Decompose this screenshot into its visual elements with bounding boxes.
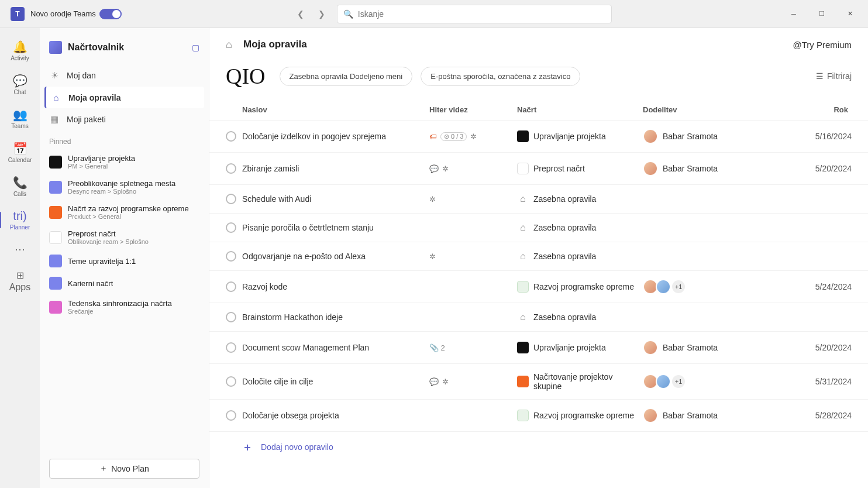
task-assign: +1 [643, 374, 754, 389]
rail-planner[interactable]: tri)Planner [0, 204, 40, 236]
add-task-button[interactable]: ＋ Dodaj novo opravilo [209, 431, 868, 462]
avatar [643, 408, 658, 423]
quick-look: 💬✲ [429, 164, 517, 173]
window-close[interactable]: ✕ [836, 5, 863, 23]
rail-more[interactable]: ⋯ [0, 238, 40, 261]
rail-chat[interactable]: 💬Chat [0, 68, 40, 101]
sidebar-my-plans[interactable]: ▦Moji paketi [40, 108, 209, 130]
plan-color-icon [517, 410, 529, 421]
window-minimize[interactable]: ─ [780, 5, 807, 23]
filter-pill-private[interactable]: Zasebna opravila Dodeljeno meni [280, 67, 413, 86]
task-title: Razvoj kode [242, 282, 429, 291]
complete-radio[interactable] [226, 222, 236, 233]
task-row[interactable]: Pisanje poročila o četrtletnem stanju ⌂Z… [209, 213, 868, 242]
light-icon: ✲ [470, 132, 477, 141]
nav-forward[interactable]: ❯ [312, 5, 331, 23]
people-icon: 👥 [13, 108, 27, 122]
search-input[interactable] [358, 9, 605, 19]
complete-radio[interactable] [226, 342, 236, 353]
plan-icon [49, 301, 62, 314]
light-icon: ✲ [429, 252, 436, 261]
task-title: Določanje izdelkov in pogojev sprejema [242, 132, 429, 141]
task-title: Določanje obsega projekta [242, 411, 429, 420]
plan-icon [49, 277, 62, 290]
sidebar-my-tasks[interactable]: ⌂Moja opravila [44, 87, 204, 108]
sun-icon: ☀ [49, 70, 60, 81]
rail-calendar[interactable]: 📅Calendar [0, 136, 40, 169]
pin-subtitle: Oblikovanje ream > Splošno [68, 238, 149, 245]
pin-title: Preprost načrt [68, 229, 149, 238]
sidebar-pinned-label: Pinned [40, 130, 209, 149]
comment-icon: 💬 [429, 377, 439, 386]
pinned-plan[interactable]: Tedenska sinhronizacija načrtaSrečanje [40, 294, 209, 319]
task-row[interactable]: Odgovarjanje na e-pošto od Alexa ✲ ⌂Zase… [209, 242, 868, 270]
assignee-name: Babar Sramota [663, 164, 718, 173]
try-premium-link[interactable]: @Try Premium [793, 40, 852, 50]
complete-radio[interactable] [226, 281, 236, 292]
col-plan[interactable]: Načrt [517, 105, 643, 114]
task-row[interactable]: Brainstorm Hackathon ideje ⌂Zasebna opra… [209, 303, 868, 331]
search-bar[interactable]: 🔍 [337, 5, 612, 23]
task-due: 5/16/2024 [754, 132, 852, 141]
task-row[interactable]: Določite cilje in cilje 💬✲ Načrtovanje p… [209, 363, 868, 399]
pinned-plan[interactable]: Teme upravitelja 1:1 [40, 250, 209, 272]
titlebar: T Novo orodje Teams ❮ ❯ 🔍 ─ ☐ ✕ [0, 0, 868, 28]
complete-radio[interactable] [226, 163, 236, 174]
avatar [656, 279, 671, 294]
complete-radio[interactable] [226, 251, 236, 262]
task-row[interactable]: Schedule with Audi ✲ ⌂Zasebna opravila [209, 184, 868, 213]
avatar [643, 129, 658, 144]
rail-teams[interactable]: 👥Teams [0, 102, 40, 135]
col-title[interactable]: Naslov [242, 105, 429, 114]
pinned-plan[interactable]: Načrt za razvoj programske opremePrcxiuc… [40, 200, 209, 225]
rail-activity[interactable]: 🔔Activity [0, 34, 40, 67]
main-content: ⌂ Moja opravila @Try Premium QIO Zasebna… [209, 28, 868, 488]
complete-radio[interactable] [226, 312, 236, 322]
popout-icon[interactable]: ▢ [192, 43, 199, 52]
task-row[interactable]: Določanje obsega projekta Razvoj program… [209, 399, 868, 431]
assignee-name: Babar Sramota [663, 132, 718, 141]
complete-radio[interactable] [226, 194, 236, 204]
phone-icon: 📞 [13, 176, 27, 190]
light-icon: ✲ [429, 195, 436, 204]
quick-look: ✲ [429, 252, 517, 261]
complete-radio[interactable] [226, 376, 236, 387]
complete-radio[interactable] [226, 410, 236, 421]
task-due: 5/31/2024 [754, 377, 852, 386]
pinned-plan[interactable]: Karierni načrt [40, 272, 209, 294]
window-maximize[interactable]: ☐ [808, 5, 835, 23]
more-assignees: +1 [671, 374, 686, 389]
task-row[interactable]: Zbiranje zamisli 💬✲ Preprost načrt Babar… [209, 152, 868, 184]
filter-button[interactable]: ☰ Filtriraj [816, 71, 852, 81]
complete-radio[interactable] [226, 131, 236, 142]
plan-icon [49, 231, 62, 244]
filter-pill-flagged[interactable]: E-poštna sporočila, označena z zastavico [421, 67, 580, 86]
pin-title: Tedenska sinhronizacija načrta [68, 299, 172, 308]
pinned-plan[interactable]: Preprost načrtOblikovanje ream > Splošno [40, 225, 209, 250]
quick-look: 🏷⊘ 0 / 3✲ [429, 132, 517, 141]
task-row[interactable]: Document scow Management Plan 📎 2 Upravl… [209, 331, 868, 363]
new-plan-button[interactable]: ＋Novo Plan [49, 459, 199, 479]
rail-calls[interactable]: 📞Calls [0, 170, 40, 202]
sidebar-my-day[interactable]: ☀Moj dan [40, 64, 209, 87]
task-row[interactable]: Določanje izdelkov in pogojev sprejema 🏷… [209, 120, 868, 152]
filter-icon: ☰ [816, 71, 824, 81]
col-due[interactable]: Rok [754, 105, 852, 114]
pinned-plan[interactable]: Preoblikovanje spletnega mestaDesync rea… [40, 174, 209, 200]
task-plan: Načrtovanje projektov skupine [517, 372, 643, 391]
rail-apps[interactable]: ⊞Apps [0, 264, 40, 297]
comment-icon: 💬 [429, 164, 439, 173]
quick-look: ✲ [429, 195, 517, 204]
col-assign[interactable]: Dodelitev [643, 105, 754, 114]
more-assignees: +1 [671, 279, 686, 294]
assignee-name: Babar Sramota [663, 343, 718, 352]
nav-back[interactable]: ❮ [291, 5, 310, 23]
pinned-plan[interactable]: Upravljanje projektaPM > General [40, 149, 209, 174]
light-icon: ✲ [442, 164, 449, 173]
planner-logo-icon [49, 41, 62, 54]
task-row[interactable]: Razvoj kode Razvoj programske opreme +1 … [209, 270, 868, 303]
new-teams-toggle[interactable] [99, 9, 122, 19]
plan-icon [49, 156, 62, 169]
col-quick[interactable]: Hiter videz [429, 105, 517, 114]
plus-icon: ＋ [99, 463, 108, 474]
